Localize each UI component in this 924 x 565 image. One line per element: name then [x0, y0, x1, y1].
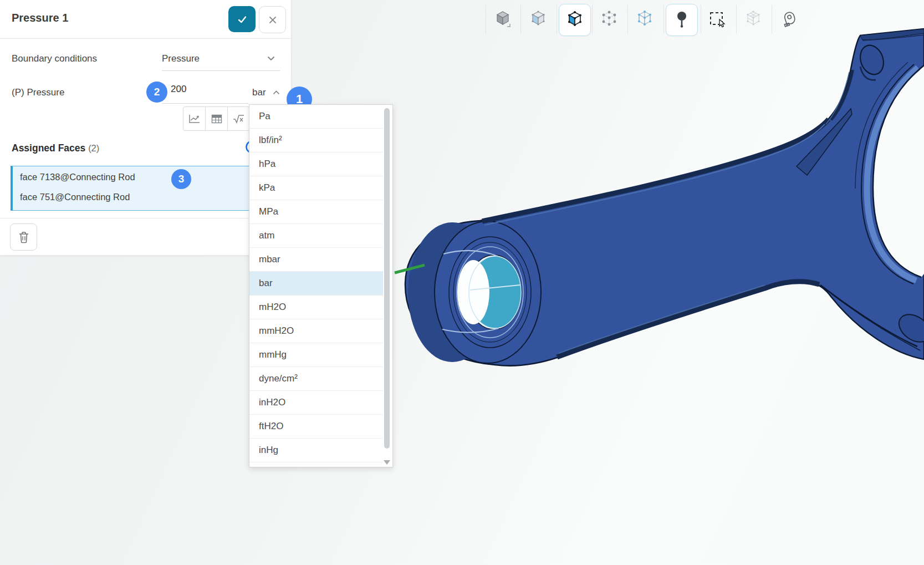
vertex-lattice-button[interactable]: [594, 4, 625, 35]
box-select-button[interactable]: [702, 4, 733, 35]
unit-selector[interactable]: bar: [252, 87, 266, 98]
panel-title: Pressure 1: [12, 12, 68, 24]
unit-option-psf[interactable]: psf: [249, 462, 383, 467]
confirm-button[interactable]: [228, 6, 256, 32]
edge-select-cube-icon: [634, 8, 656, 30]
unit-option-mmhg[interactable]: mmHg: [249, 343, 383, 367]
pressure-settings-panel: Pressure 1 Boundary conditions Pressure …: [0, 0, 292, 256]
measure-tape-icon: [778, 8, 800, 30]
solid-cube-view-button[interactable]: [487, 4, 518, 35]
toolbar-divider: [772, 5, 772, 34]
probe-pin-button[interactable]: [666, 4, 698, 36]
dropdown-scroll-down-arrow[interactable]: [384, 460, 390, 465]
unit-option-inhg[interactable]: inHg: [249, 438, 383, 462]
close-icon: [268, 15, 278, 25]
toolbar-divider: [592, 5, 593, 34]
assigned-faces-label: Assigned Faces (2): [12, 142, 99, 154]
annotation-badge-2: 2: [146, 82, 167, 103]
formula-sqrt-icon: [233, 114, 245, 124]
chevron-down-icon[interactable]: [267, 56, 275, 61]
assigned-faces-list[interactable]: face 7138@Connecting Rod face 751@Connec…: [11, 166, 280, 211]
input-mode-toggle-group: [183, 106, 250, 131]
table-input-button[interactable]: [205, 107, 227, 130]
input-underline: [162, 103, 248, 104]
check-icon: [236, 13, 248, 26]
unit-option-mpa[interactable]: MPa: [249, 200, 383, 223]
view-toolbar: [477, 0, 815, 39]
unit-option-dyne-cm2[interactable]: dyne/cm²: [249, 367, 383, 390]
transparent-face-cube-icon: [527, 8, 549, 30]
formula-input-button[interactable]: [227, 107, 249, 130]
annotation-badge-3: 3: [171, 169, 191, 189]
boundary-conditions-select[interactable]: Pressure: [162, 53, 200, 64]
unit-option-mh2o[interactable]: mH2O: [249, 295, 383, 319]
face-select-cube-icon: [564, 9, 586, 31]
toolbar-divider: [627, 5, 628, 34]
unit-option-pa[interactable]: Pa: [249, 105, 383, 128]
table-icon: [211, 114, 222, 124]
measure-tape-button[interactable]: [774, 4, 805, 35]
toolbar-divider: [557, 5, 557, 34]
select-underline: [162, 70, 280, 71]
connecting-rod-model[interactable]: [405, 29, 924, 365]
toolbar-divider: [520, 5, 521, 34]
toolbar-divider: [701, 5, 701, 34]
toolbar-divider: [663, 5, 664, 34]
edge-select-cube-button[interactable]: [629, 4, 660, 35]
panel-divider: [0, 218, 291, 218]
toolbar-divider: [736, 5, 737, 34]
vertex-lattice-icon: [598, 8, 620, 30]
transparent-face-cube-button[interactable]: [523, 4, 554, 35]
unit-option-inh2o[interactable]: inH2O: [249, 390, 383, 414]
unit-option-lbf-in2[interactable]: lbf/in²: [249, 128, 383, 152]
assigned-faces-title: Assigned Faces: [12, 142, 85, 154]
pressure-value-input[interactable]: [170, 83, 244, 95]
solid-cube-icon: [492, 8, 514, 30]
dropdown-scrollbar[interactable]: [384, 108, 390, 449]
delete-button[interactable]: [10, 223, 37, 251]
selected-face-highlight[interactable]: [457, 256, 521, 328]
face-list-item[interactable]: face 7138@Connecting Rod: [13, 167, 280, 186]
mesh-lattice-disabled-icon: [742, 8, 764, 30]
unit-option-bar[interactable]: bar: [249, 271, 383, 295]
chevron-up-icon[interactable]: [273, 90, 280, 95]
unit-dropdown-menu: Pa lbf/in² hPa kPa MPa atm mbar bar mH2O…: [249, 104, 393, 467]
unit-option-mbar[interactable]: mbar: [249, 247, 383, 271]
unit-option-kpa[interactable]: kPa: [249, 176, 383, 200]
line-chart-icon: [188, 114, 201, 124]
cancel-button[interactable]: [259, 6, 286, 33]
face-list-item[interactable]: face 751@Connecting Rod: [13, 187, 280, 206]
assigned-faces-count: (2): [88, 143, 99, 153]
chart-input-button[interactable]: [183, 107, 205, 130]
trash-icon: [18, 231, 29, 243]
toolbar-divider: [486, 5, 486, 34]
probe-pin-icon: [671, 9, 693, 31]
unit-option-hpa[interactable]: hPa: [249, 152, 383, 176]
unit-option-mmh2o[interactable]: mmH2O: [249, 319, 383, 343]
pressure-label: (P) Pressure: [12, 87, 64, 98]
unit-option-fth2o[interactable]: ftH2O: [249, 414, 383, 438]
panel-header: Pressure 1: [0, 0, 291, 39]
boundary-conditions-label: Boundary conditions: [12, 53, 97, 64]
box-select-icon: [707, 8, 729, 30]
mesh-lattice-button[interactable]: [738, 4, 769, 35]
unit-option-atm[interactable]: atm: [249, 223, 383, 247]
face-select-cube-button[interactable]: [559, 4, 591, 36]
